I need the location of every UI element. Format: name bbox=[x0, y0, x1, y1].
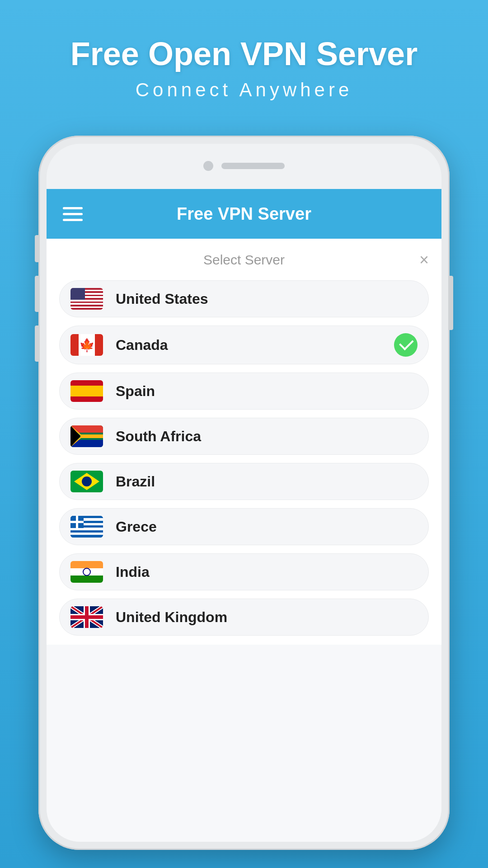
hamburger-line-2 bbox=[63, 213, 83, 215]
uk-cross-v-red bbox=[85, 606, 89, 628]
power-button[interactable] bbox=[450, 276, 453, 330]
header-section: Free Open VPN Server Connect Anywhere bbox=[0, 36, 488, 101]
front-camera bbox=[203, 161, 213, 171]
dialog-close-button[interactable]: × bbox=[419, 252, 429, 268]
server-item-us[interactable]: United States bbox=[59, 280, 429, 317]
greece-cross-v bbox=[76, 516, 78, 528]
server-name-es: Spain bbox=[116, 383, 418, 400]
app-subtitle: Connect Anywhere bbox=[0, 79, 488, 101]
app-header-bar: Free VPN Server bbox=[47, 189, 441, 239]
earpiece-speaker bbox=[221, 163, 285, 169]
hamburger-line-1 bbox=[63, 207, 83, 209]
flag-br bbox=[70, 471, 103, 492]
flag-es bbox=[70, 380, 103, 402]
dialog-title: Select Server bbox=[203, 252, 285, 268]
server-name-gb: United Kingdom bbox=[116, 609, 418, 626]
phone-earpiece-area bbox=[203, 161, 285, 171]
flag-in bbox=[70, 561, 103, 583]
server-name-br: Brazil bbox=[116, 473, 418, 490]
volume-down-button[interactable] bbox=[35, 326, 38, 362]
flag-gb bbox=[70, 606, 103, 628]
phone-frame: Free VPN Server Select Server × United S… bbox=[38, 136, 450, 850]
hamburger-menu-button[interactable] bbox=[63, 207, 83, 221]
server-name-gr: Grece bbox=[116, 519, 418, 535]
server-item-in[interactable]: India bbox=[59, 553, 429, 590]
server-item-za[interactable]: South Africa bbox=[59, 418, 429, 455]
flag-za bbox=[70, 425, 103, 447]
server-name-us: United States bbox=[116, 291, 418, 307]
phone-screen: Free VPN Server Select Server × United S… bbox=[47, 144, 441, 842]
server-item-ca[interactable]: 🍁 Canada bbox=[59, 326, 429, 364]
server-item-es[interactable]: Spain bbox=[59, 373, 429, 410]
volume-mute-button[interactable] bbox=[35, 235, 38, 262]
flag-us bbox=[70, 288, 103, 310]
brazil-circle bbox=[82, 476, 92, 486]
volume-up-button[interactable] bbox=[35, 276, 38, 312]
server-item-br[interactable]: Brazil bbox=[59, 463, 429, 500]
hamburger-line-3 bbox=[63, 219, 83, 221]
select-server-dialog: Select Server × United States 🍁 bbox=[47, 239, 441, 645]
server-name-za: South Africa bbox=[116, 428, 418, 445]
server-name-ca: Canada bbox=[116, 337, 394, 354]
ashoka-wheel bbox=[83, 568, 91, 576]
selected-checkmark bbox=[394, 333, 418, 357]
server-item-gr[interactable]: Grece bbox=[59, 508, 429, 545]
server-name-in: India bbox=[116, 564, 418, 580]
server-item-gb[interactable]: United Kingdom bbox=[59, 599, 429, 636]
server-list: United States 🍁 Canada Spain bbox=[59, 280, 429, 636]
app-bar-title: Free VPN Server bbox=[177, 204, 311, 224]
dialog-title-row: Select Server × bbox=[59, 252, 429, 268]
app-screen: Free VPN Server Select Server × United S… bbox=[47, 189, 441, 842]
maple-leaf-icon: 🍁 bbox=[79, 338, 95, 353]
flag-ca: 🍁 bbox=[70, 334, 103, 356]
app-title: Free Open VPN Server bbox=[0, 36, 488, 72]
flag-gr bbox=[70, 516, 103, 538]
